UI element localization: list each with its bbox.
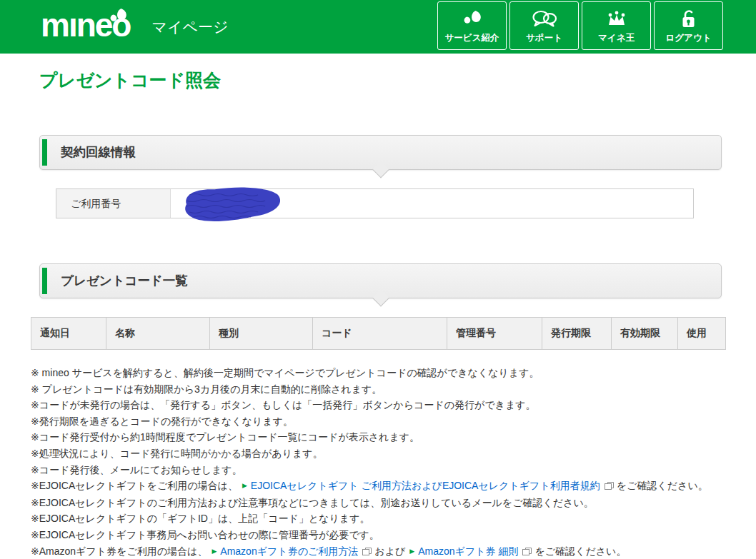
contract-section-header: 契約回線情報 [39,135,722,170]
nav-button-label: サポート [526,32,562,44]
note-line: ※EJOICAセレクトギフトの「ギフトID」は、上記「コード」となります。 [31,510,725,527]
note-link[interactable]: ▶Amazonギフト券 細則 [405,545,518,557]
contract-section-title: 契約回線情報 [61,145,136,159]
column-header: 名称 [106,318,210,350]
link-arrow-marker: ▶ [242,482,247,489]
page-title: プレゼントコード照会 [39,69,725,91]
mineo-logo[interactable]: mıneo マイページ [41,6,228,44]
header-nav: サービス紹介 サポート マイネ王 ログアウト [434,1,723,50]
note-text: ※ mineo サービスを解約すると、解約後一定期間でマイページでプレゼントコー… [31,367,539,378]
note-line: ※EJOICAセレクトギフト事務局へお問い合わせの際に管理番号が必要です。 [31,527,725,543]
column-header: 種別 [210,318,313,350]
note-text: ※ プレゼントコードは有効期限から3カ月後の月末に自動的に削除されます。 [31,383,382,395]
note-line: ※コード発行受付から約1時間程度でプレゼントコード一覧にコードが表示されます。 [31,429,725,445]
note-link[interactable]: ▶EJOICAセレクトギフト ご利用方法およびEJOICAセレクトギフト利用者規… [238,480,600,491]
column-header: 発行期限 [542,318,612,350]
mineo-sprout-icon [106,9,129,26]
column-header: 管理番号 [447,318,542,350]
note-link-label: Amazonギフト券のご利用方法 [220,545,358,557]
sprout-icon [462,8,483,31]
note-text: ※発行期限を過ぎるとコードの発行ができなくなります。 [31,416,293,427]
note-line: ※ プレゼントコードは有効期限から3カ月後の月末に自動的に削除されます。 [31,381,725,398]
column-header: コード [313,318,447,350]
section-pointer [372,161,389,178]
codes-section-title: プレゼントコード一覧 [61,273,188,288]
note-text: および [374,545,405,557]
column-header: 使用 [678,318,726,350]
column-header: 通知日 [31,318,106,350]
nav-button-label: マイネ王 [598,32,635,44]
note-link-label: Amazonギフト券 細則 [418,545,518,557]
note-line: ※発行期限を過ぎるとコードの発行ができなくなります。 [31,413,725,430]
note-link[interactable]: ▶Amazonギフト券のご利用方法 [207,545,358,557]
note-line: ※ mineo サービスを解約すると、解約後一定期間でマイページでプレゼントコー… [31,365,725,381]
nav-button-mineo-king[interactable]: マイネ王 [582,1,651,50]
external-link-icon [362,544,372,559]
contract-section: 契約回線情報 ご利用番号 [31,135,725,218]
note-text: ※EJOICAセレクトギフトのご利用方法および注意事項などにつきましては、別途お… [31,497,594,508]
codes-section-header: プレゼントコード一覧 [39,263,722,298]
external-link-icon [522,544,532,559]
link-arrow-marker: ▶ [409,548,414,555]
lock-icon [680,8,697,31]
section-pointer [372,289,389,306]
note-line: ※EJOICAセレクトギフトをご利用の場合は、▶EJOICAセレクトギフト ご利… [31,478,725,495]
note-text: ※処理状況により、コード発行に時間がかかる場合があります。 [31,448,323,459]
note-text: ※EJOICAセレクトギフトの「ギフトID」は、上記「コード」となります。 [31,513,370,524]
note-text: をご確認ください。 [534,545,626,557]
redaction-scribble [171,184,285,224]
note-text: ※コード発行後、メールにてお知らせします。 [31,464,242,475]
green-bar [42,268,47,294]
codes-section: プレゼントコード一覧 通知日名称種別コード管理番号発行期限有効期限使用 ※ mi… [31,263,725,559]
note-text: ※EJOICAセレクトギフト事務局へお問い合わせの際に管理番号が必要です。 [31,529,379,540]
usage-number-row: ご利用番号 [56,188,694,218]
mypage-label: マイページ [151,17,228,44]
note-link-label: EJOICAセレクトギフト ご利用方法およびEJOICAセレクトギフト利用者規約 [251,480,600,491]
header: mıneo マイページ サービス紹介 サポート マイネ王 ログアウト [0,0,756,54]
note-line: ※EJOICAセレクトギフトのご利用方法および注意事項などにつきましては、別途お… [31,495,725,511]
column-header: 有効期限 [612,318,678,350]
usage-number-label: ご利用番号 [56,189,171,218]
chat-bubbles-icon [532,8,557,31]
usage-number-value [171,189,693,218]
link-arrow-marker: ▶ [212,548,217,555]
notes-list: ※ mineo サービスを解約すると、解約後一定期間でマイページでプレゼントコー… [31,365,725,559]
note-text: ※コード発行受付から約1時間程度でプレゼントコード一覧にコードが表示されます。 [31,431,419,443]
nav-button-services[interactable]: サービス紹介 [437,1,507,50]
green-bar [42,139,47,166]
note-line: ※コード発行後、メールにてお知らせします。 [31,462,725,478]
crown-icon [605,8,629,31]
page: mıneo マイページ サービス紹介 サポート マイネ王 ログアウト プレゼント… [0,0,756,559]
note-line: ※Amazonギフト券をご利用の場合は、▶Amazonギフト券のご利用方法 およ… [31,543,725,559]
note-text: ※Amazonギフト券をご利用の場合は、 [31,545,207,557]
note-text: ※EJOICAセレクトギフトをご利用の場合は、 [31,480,238,491]
note-text: をご確認ください。 [617,480,708,491]
main-content: プレゼントコード照会 契約回線情報 ご利用番号 [0,69,756,559]
nav-button-logout[interactable]: ログアウト [654,1,723,50]
codes-table-header-row: 通知日名称種別コード管理番号発行期限有効期限使用 [31,318,726,350]
note-line: ※コードが未発行の場合は、「発行する」ボタン、もしくは「一括発行」ボタンからコー… [31,397,725,413]
note-line: ※処理状況により、コード発行に時間がかかる場合があります。 [31,445,725,462]
nav-button-label: ログアウト [666,32,712,44]
nav-button-support[interactable]: サポート [509,1,579,50]
codes-table: 通知日名称種別コード管理番号発行期限有効期限使用 [31,317,726,350]
nav-button-label: サービス紹介 [445,32,499,44]
external-link-icon [605,478,614,495]
note-text: ※コードが未発行の場合は、「発行する」ボタン、もしくは「一括発行」ボタンからコー… [31,399,536,411]
